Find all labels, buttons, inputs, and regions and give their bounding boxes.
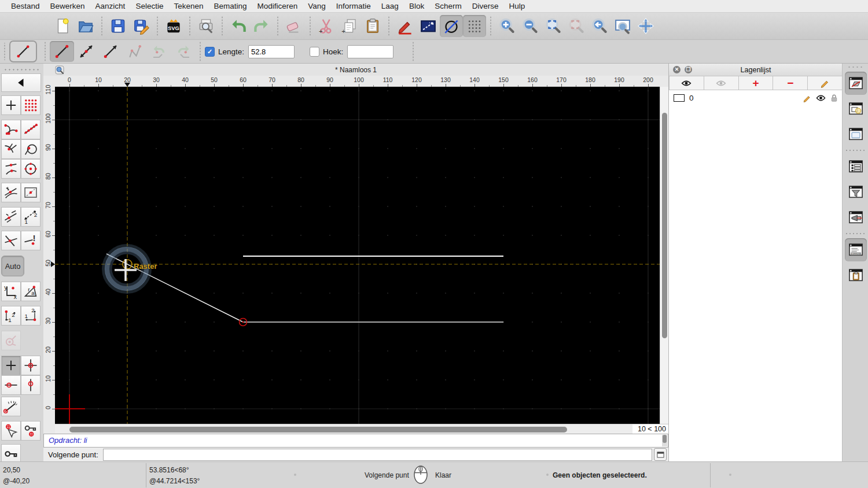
snap-distance-manual-button[interactable] xyxy=(1,207,21,227)
layer-visible-icon[interactable] xyxy=(816,93,826,103)
menu-aanzicht[interactable]: Aanzicht xyxy=(90,2,131,10)
menu-blok[interactable]: Blok xyxy=(404,2,429,10)
attributes-pencil-button[interactable] xyxy=(393,15,417,37)
zoom-in-button[interactable] xyxy=(495,15,518,37)
snap-intersection-manual-button[interactable]: ! xyxy=(21,231,41,250)
zoom-pan-button[interactable] xyxy=(634,15,657,37)
history-scrollbar-thumb[interactable] xyxy=(663,435,667,443)
angle-input[interactable] xyxy=(347,45,393,58)
grid-toggle-button[interactable] xyxy=(463,15,486,37)
menu-scherm[interactable]: Scherm xyxy=(429,2,467,10)
restrict-orthogonal-button[interactable] xyxy=(21,356,41,375)
construction-layer-button[interactable] xyxy=(440,15,463,37)
undo-button[interactable] xyxy=(227,15,250,37)
horizontal-scrollbar[interactable]: 10 < 100 xyxy=(55,424,668,434)
panel-command-line-toggle-button[interactable]: command xyxy=(845,238,867,261)
snap-intersection-button[interactable] xyxy=(1,231,21,250)
relative-zero-button[interactable] xyxy=(1,444,21,464)
open-file-button[interactable] xyxy=(74,15,97,37)
snap-distance-button[interactable]: 12 xyxy=(21,207,41,227)
polyline-button[interactable] xyxy=(123,41,147,62)
strip-drag-handle[interactable] xyxy=(847,66,864,68)
menu-tekenen[interactable]: Tekenen xyxy=(168,2,208,10)
selection-rectangle-button[interactable] xyxy=(417,15,440,37)
command-input[interactable] xyxy=(103,449,652,461)
restrict-horizontal-button[interactable] xyxy=(1,375,21,395)
active-line-tool-button[interactable] xyxy=(9,40,37,62)
panel-pen-settings-toggle-button[interactable] xyxy=(845,206,867,229)
snap-angle-button[interactable] xyxy=(1,397,21,416)
coordinate-cartesian-button[interactable]: yx xyxy=(1,282,21,301)
show-all-layers-button[interactable] xyxy=(669,76,704,90)
delete-eraser-button[interactable] xyxy=(282,15,306,37)
restrict-lock-button[interactable] xyxy=(1,331,21,350)
menu-informatie[interactable]: Informatie xyxy=(331,2,376,10)
panel-block-list-toggle-button[interactable] xyxy=(845,97,867,120)
angle-checkbox[interactable] xyxy=(310,47,319,57)
menu-bestand[interactable]: Bestand xyxy=(6,2,45,10)
zoom-out-button[interactable] xyxy=(518,15,542,37)
layer-row[interactable]: 0 xyxy=(669,93,843,103)
segment-redo-button[interactable] xyxy=(171,41,196,62)
zoom-window-button[interactable] xyxy=(611,15,634,37)
restrict-vertical-button[interactable] xyxy=(21,375,41,395)
save-button[interactable] xyxy=(106,15,130,37)
snap-endpoints-button[interactable] xyxy=(1,120,21,139)
back-arrow-button[interactable] xyxy=(1,73,41,92)
zoom-auto-button[interactable] xyxy=(542,15,565,37)
menu-laag[interactable]: Laag xyxy=(376,2,404,10)
relative-cartesian-button[interactable]: 12 xyxy=(1,306,21,326)
menu-diverse[interactable]: Diverse xyxy=(467,2,504,10)
svg-export-button[interactable]: SVG xyxy=(162,15,185,37)
menu-hulp[interactable]: Hulp xyxy=(503,2,530,10)
snap-reference-button[interactable] xyxy=(21,183,41,202)
relative-polar-button[interactable]: 12 xyxy=(21,306,41,326)
toolbar-drag-handle[interactable] xyxy=(2,43,7,60)
edit-layer-button[interactable] xyxy=(808,76,843,90)
horizontal-scrollbar-thumb[interactable] xyxy=(69,427,567,432)
line-both-directions-button[interactable] xyxy=(74,41,98,62)
menu-bewerken[interactable]: Bewerken xyxy=(45,2,90,10)
panel-layer-list-toggle-button[interactable] xyxy=(845,72,867,95)
paste-button[interactable] xyxy=(361,15,384,37)
print-preview-button[interactable] xyxy=(194,15,218,37)
length-input[interactable] xyxy=(248,45,295,58)
panel-clipboard-toggle-button[interactable] xyxy=(845,264,867,287)
coordinate-polar-button[interactable]: ra xyxy=(21,282,41,301)
auto-snap-button[interactable]: Auto xyxy=(1,256,24,276)
lock-relative-zero-button[interactable] xyxy=(21,421,41,441)
edit-layer-icon[interactable] xyxy=(803,93,812,103)
new-file-button[interactable] xyxy=(51,15,74,37)
cut-button[interactable]: + xyxy=(315,15,338,37)
snap-on-entity-button[interactable] xyxy=(21,120,41,139)
panel-property-editor-toggle-button[interactable] xyxy=(845,155,867,178)
snap-middle-button[interactable] xyxy=(1,159,21,179)
canvas[interactable]: Raster xyxy=(55,87,660,424)
line-ray-button[interactable] xyxy=(98,41,123,62)
palette-drag-handle[interactable] xyxy=(3,68,40,71)
snap-auto-button[interactable] xyxy=(1,183,21,202)
restrict-nothing-button[interactable] xyxy=(1,356,21,375)
set-relative-zero-button[interactable] xyxy=(1,421,21,441)
panel-selection-filter-toggle-button[interactable] xyxy=(845,180,867,204)
snap-tangent-point-button[interactable] xyxy=(21,139,41,159)
menu-modificeren[interactable]: Modificeren xyxy=(252,2,303,10)
zoom-previous-button[interactable] xyxy=(588,15,611,37)
snap-center-button[interactable] xyxy=(21,159,41,179)
segment-undo-button[interactable] xyxy=(147,41,171,62)
redo-button[interactable] xyxy=(250,15,273,37)
history-scrollbar[interactable] xyxy=(662,435,667,446)
remove-layer-button[interactable]: − xyxy=(773,76,808,90)
layer-lock-icon[interactable] xyxy=(829,93,839,103)
snap-perpendicular-button[interactable] xyxy=(1,139,21,159)
menu-bemating[interactable]: Bemating xyxy=(208,2,252,10)
length-checkbox[interactable]: ✓ xyxy=(205,47,215,57)
hide-all-layers-button[interactable] xyxy=(704,76,739,90)
panel-library-browser-toggle-button[interactable] xyxy=(845,123,867,146)
vertical-scrollbar-thumb[interactable] xyxy=(662,113,667,338)
add-layer-button[interactable]: + xyxy=(739,76,774,90)
menu-vang[interactable]: Vang xyxy=(303,2,331,10)
menu-selectie[interactable]: Selectie xyxy=(130,2,168,10)
line-two-points-button[interactable] xyxy=(50,41,74,62)
snap-grid-button[interactable] xyxy=(21,95,41,115)
